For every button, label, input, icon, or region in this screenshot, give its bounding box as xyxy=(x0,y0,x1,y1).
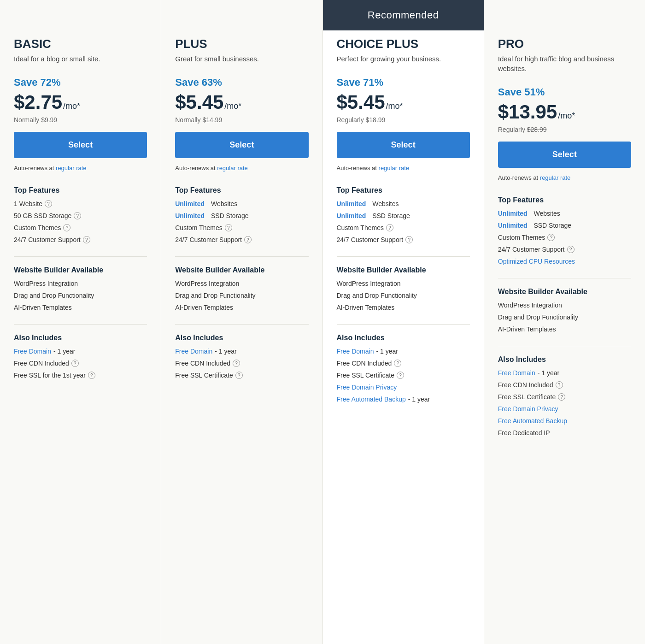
include-link-choice-plus-0[interactable]: Free Domain xyxy=(337,348,374,355)
unlimited-label: Unlimited xyxy=(337,200,366,207)
info-icon[interactable]: ? xyxy=(45,200,52,207)
price-normal-pro: Regularly $28.99 xyxy=(498,126,631,133)
builder-feature-basic-2: AI-Driven Templates xyxy=(14,304,147,311)
price-main-pro: $13.95/mo* xyxy=(498,101,631,123)
top-features-plus: Top FeaturesUnlimited WebsitesUnlimited … xyxy=(175,186,308,243)
includes-section-plus: Also IncludesFree Domain - 1 yearFree CD… xyxy=(175,334,308,379)
info-icon[interactable]: ? xyxy=(71,360,79,367)
builder-feature-pro-1: Drag and Drop Functionality xyxy=(498,313,631,321)
builder-title-plus: Website Builder Available xyxy=(175,266,308,274)
top-features-choice-plus: Top FeaturesUnlimited WebsitesUnlimited … xyxy=(337,186,470,243)
divider xyxy=(337,256,470,257)
include-item-basic-1: Free CDN Included ? xyxy=(14,360,147,367)
divider2 xyxy=(337,324,470,325)
info-icon[interactable]: ? xyxy=(547,234,555,241)
include-link-pro-3[interactable]: Free Domain Privacy xyxy=(498,405,558,413)
builder-section-plus: Website Builder AvailableWordPress Integ… xyxy=(175,266,308,311)
pricing-container: BASIC Ideal for a blog or small site. Sa… xyxy=(0,0,645,644)
top-features-title-plus: Top Features xyxy=(175,186,308,195)
info-icon[interactable]: ? xyxy=(556,381,563,389)
includes-section-basic: Also IncludesFree Domain - 1 yearFree CD… xyxy=(14,334,147,379)
unlimited-label: Unlimited xyxy=(337,212,366,219)
info-icon[interactable]: ? xyxy=(558,393,565,401)
includes-title-pro: Also Includes xyxy=(498,355,631,364)
regular-rate-link-pro[interactable]: regular rate xyxy=(540,174,570,181)
regular-rate-link-basic[interactable]: regular rate xyxy=(56,165,86,171)
divider2 xyxy=(498,346,631,346)
info-icon[interactable]: ? xyxy=(233,360,240,367)
include-item-pro-1: Free CDN Included ? xyxy=(498,381,631,389)
builder-feature-plus-2: AI-Driven Templates xyxy=(175,304,308,311)
info-icon[interactable]: ? xyxy=(397,372,404,379)
divider2 xyxy=(175,324,308,325)
plan-desc-pro: Ideal for high traffic blog and business… xyxy=(498,54,631,73)
top-feature-item-basic-2: Custom Themes ? xyxy=(14,224,147,231)
unlimited-label: Unlimited xyxy=(498,210,528,217)
info-icon[interactable]: ? xyxy=(405,236,413,243)
plan-desc-plus: Great for small businesses. xyxy=(175,54,308,64)
select-button-basic[interactable]: Select xyxy=(14,132,147,158)
top-feature-item-plus-3: 24/7 Customer Support ? xyxy=(175,236,308,243)
top-feature-item-pro-1: Unlimited SSD Storage xyxy=(498,222,631,229)
include-item-choice-plus-3: Free Domain Privacy xyxy=(337,384,470,391)
info-icon[interactable]: ? xyxy=(225,224,232,231)
info-icon[interactable]: ? xyxy=(235,372,243,379)
include-link-pro-4[interactable]: Free Automated Backup xyxy=(498,417,567,425)
top-features-title-pro: Top Features xyxy=(498,196,631,204)
info-icon[interactable]: ? xyxy=(394,360,401,367)
builder-title-basic: Website Builder Available xyxy=(14,266,147,274)
info-icon[interactable]: ? xyxy=(244,236,252,243)
include-link-plus-0[interactable]: Free Domain xyxy=(175,348,212,355)
plan-col-choice-plus: Recommended CHOICE PLUS Perfect for grow… xyxy=(323,0,484,644)
price-dollar-pro: $13.95 xyxy=(498,101,557,123)
feature-text: SSD Storage xyxy=(372,212,410,219)
include-item-pro-0: Free Domain - 1 year xyxy=(498,369,631,377)
optimized-label: Optimized CPU Resources xyxy=(498,258,575,265)
feature-text: 24/7 Customer Support xyxy=(14,236,81,243)
builder-feature-basic-0: WordPress Integration xyxy=(14,280,147,287)
builder-title-choice-plus: Website Builder Available xyxy=(337,266,470,274)
feature-text: Websites xyxy=(534,210,560,217)
save-label-basic: Save 72% xyxy=(14,77,147,89)
regular-rate-link-choice-plus[interactable]: regular rate xyxy=(379,165,409,171)
info-icon[interactable]: ? xyxy=(386,224,393,231)
info-icon[interactable]: ? xyxy=(63,224,70,231)
include-item-pro-4: Free Automated Backup xyxy=(498,417,631,425)
info-icon[interactable]: ? xyxy=(74,212,81,219)
price-per-plus: /mo* xyxy=(224,101,241,111)
feature-text: SSD Storage xyxy=(534,222,571,229)
include-link-pro-0[interactable]: Free Domain xyxy=(498,369,535,377)
includes-title-plus: Also Includes xyxy=(175,334,308,342)
feature-text: 50 GB SSD Storage xyxy=(14,212,71,219)
include-item-pro-5: Free Dedicated IP xyxy=(498,429,631,437)
include-link-basic-0[interactable]: Free Domain xyxy=(14,348,51,355)
feature-text: Websites xyxy=(211,200,237,207)
include-item-pro-2: Free SSL Certificate ? xyxy=(498,393,631,401)
price-normal-basic: Normally $9.99 xyxy=(14,116,147,124)
unlimited-label: Unlimited xyxy=(175,200,205,207)
info-icon[interactable]: ? xyxy=(567,246,575,253)
feature-text: 24/7 Customer Support xyxy=(498,246,565,253)
price-main-plus: $5.45/mo* xyxy=(175,91,308,113)
info-icon[interactable]: ? xyxy=(88,372,95,379)
top-feature-item-plus-2: Custom Themes ? xyxy=(175,224,308,231)
feature-text: SSD Storage xyxy=(211,212,249,219)
include-link-choice-plus-4[interactable]: Free Automated Backup xyxy=(337,396,406,403)
select-button-choice-plus[interactable]: Select xyxy=(337,132,470,158)
feature-text: Custom Themes xyxy=(175,224,222,231)
select-button-plus[interactable]: Select xyxy=(175,132,308,158)
plan-name-plus: PLUS xyxy=(175,37,308,51)
feature-text: Custom Themes xyxy=(498,234,545,241)
save-label-plus: Save 63% xyxy=(175,77,308,89)
feature-text: Custom Themes xyxy=(337,224,384,231)
regular-rate-link-plus[interactable]: regular rate xyxy=(217,165,247,171)
select-button-pro[interactable]: Select xyxy=(498,142,631,168)
include-item-choice-plus-1: Free CDN Included ? xyxy=(337,360,470,367)
info-icon[interactable]: ? xyxy=(83,236,90,243)
plan-name-basic: BASIC xyxy=(14,37,147,51)
price-main-basic: $2.75/mo* xyxy=(14,91,147,113)
include-link-choice-plus-3[interactable]: Free Domain Privacy xyxy=(337,384,397,391)
top-feature-item-choice-plus-2: Custom Themes ? xyxy=(337,224,470,231)
divider xyxy=(175,256,308,257)
include-item-choice-plus-4: Free Automated Backup - 1 year xyxy=(337,396,470,403)
